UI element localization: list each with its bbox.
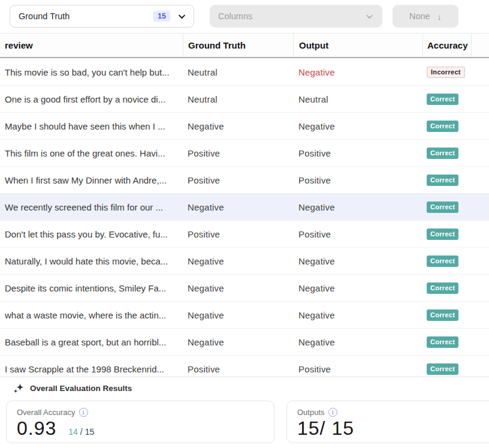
output-value: Neutral — [298, 94, 328, 104]
ground-truth-value: Positive — [188, 175, 220, 185]
ground-truth-cell: Positive — [183, 229, 293, 239]
review-text: Don't let this pass you by. Evocative, f… — [5, 229, 168, 239]
review-cell: We recently screened this film for our .… — [0, 202, 183, 212]
review-cell: I saw Scrapple at the 1998 Breckenrid... — [0, 364, 183, 374]
output-cell: Negative — [293, 310, 422, 320]
table-row[interactable]: One is a good first effort by a novice d… — [0, 86, 489, 113]
review-text: One is a good first effort by a novice d… — [5, 94, 165, 104]
ground-truth-value: Positive — [188, 229, 220, 239]
output-value: Positive — [298, 175, 331, 185]
columns-select[interactable]: Columns — [210, 5, 382, 28]
table-row[interactable]: Despite its comic intentions, Smiley Fa.… — [0, 275, 489, 302]
accuracy-fraction-denominator: / 15 — [80, 427, 94, 437]
ground-truth-cell: Positive — [183, 175, 293, 185]
overall-accuracy-card: Overall Accuracy i 0.93 14 / 15 — [6, 401, 274, 443]
output-cell: Negative — [293, 283, 422, 293]
columns-select-placeholder: Columns — [218, 11, 365, 21]
accuracy-badge: Correct — [427, 255, 458, 267]
accuracy-cell: Correct — [422, 282, 472, 294]
chevron-down-icon — [365, 12, 374, 21]
ground-truth-filter-select[interactable]: Ground Truth 15 — [10, 5, 194, 28]
outputs-card: Outputs i 15/ 15 — [286, 401, 489, 443]
output-cell: Positive — [293, 229, 422, 239]
table-row[interactable]: Maybe I should have seen this when I ...… — [0, 113, 489, 140]
outputs-value: 15/ 15 — [297, 417, 354, 440]
output-cell: Negative — [293, 67, 422, 77]
accuracy-badge: Correct — [427, 121, 458, 132]
accuracy-cell: Correct — [422, 228, 472, 240]
review-cell: Baseball is a great sport, but an horrib… — [0, 337, 183, 347]
output-cell: Negative — [293, 337, 422, 347]
table-row[interactable]: what a waste movie, where is the actin..… — [0, 302, 489, 329]
output-value: Positive — [298, 364, 331, 374]
ground-truth-cell: Negative — [183, 283, 293, 293]
sort-button[interactable]: None ↓ — [393, 5, 458, 28]
column-header-ground-truth: Ground Truth — [183, 34, 293, 57]
toolbar: Ground Truth 15 Columns None ↓ — [0, 0, 489, 33]
accuracy-badge: Correct — [427, 363, 458, 375]
accuracy-badge: Correct — [427, 148, 458, 159]
table-row[interactable]: When I first saw My Dinner with Andre,..… — [0, 167, 489, 194]
info-icon[interactable]: i — [79, 408, 88, 417]
accuracy-cell: Correct — [422, 336, 472, 348]
accuracy-cell: Incorrect — [422, 67, 472, 78]
table-row[interactable]: Baseball is a great sport, but an horrib… — [0, 329, 489, 356]
table-header: review Ground Truth Output Accuracy — [0, 33, 489, 58]
review-text: I saw Scrapple at the 1998 Breckenrid... — [5, 364, 164, 374]
accuracy-badge: Correct — [427, 175, 458, 186]
accuracy-badge: Correct — [427, 202, 458, 213]
review-cell: This film is one of the great ones. Havi… — [0, 148, 183, 158]
ground-truth-value: Negative — [188, 256, 224, 266]
ground-truth-cell: Negative — [183, 256, 293, 266]
review-cell: This movie is so bad, you can't help but… — [0, 67, 183, 77]
accuracy-badge: Correct — [427, 282, 458, 294]
review-cell: Naturally, I would hate this movie, beca… — [0, 256, 183, 266]
output-value: Negative — [298, 67, 335, 77]
ground-truth-value: Neutral — [188, 67, 218, 77]
accuracy-badge: Correct — [427, 336, 458, 348]
overall-results-panel: Overall Evaluation Results Overall Accur… — [0, 377, 489, 448]
output-value: Negative — [298, 202, 335, 212]
table-row[interactable]: This movie is so bad, you can't help but… — [0, 59, 489, 86]
outputs-label: Outputs — [297, 408, 325, 417]
review-cell: what a waste movie, where is the actin..… — [0, 310, 183, 320]
arrow-down-icon: ↓ — [437, 11, 442, 22]
ground-truth-value: Positive — [188, 148, 220, 158]
review-text: When I first saw My Dinner with Andre,..… — [5, 175, 167, 185]
sort-button-label: None — [409, 11, 430, 21]
ground-truth-cell: Negative — [183, 202, 293, 212]
overall-accuracy-value: 0.93 — [17, 417, 56, 440]
output-cell: Neutral — [293, 94, 422, 104]
accuracy-fraction-numerator: 14 — [68, 427, 78, 437]
table-body: This movie is so bad, you can't help but… — [0, 59, 489, 383]
table-row[interactable]: Don't let this pass you by. Evocative, f… — [0, 221, 489, 248]
review-cell: When I first saw My Dinner with Andre,..… — [0, 175, 183, 185]
review-text: Despite its comic intentions, Smiley Fa.… — [5, 283, 166, 293]
ground-truth-cell: Positive — [183, 148, 293, 158]
table-row[interactable]: Naturally, I would hate this movie, beca… — [0, 248, 489, 275]
accuracy-cell: Correct — [422, 255, 472, 267]
review-text: Baseball is a great sport, but an horrib… — [5, 337, 166, 347]
accuracy-badge: Correct — [427, 94, 458, 105]
output-value: Positive — [298, 229, 331, 239]
output-value: Negative — [298, 337, 335, 347]
accuracy-cell: Correct — [422, 94, 472, 105]
ground-truth-cell: Positive — [183, 364, 293, 374]
review-cell: Don't let this pass you by. Evocative, f… — [0, 229, 183, 239]
output-cell: Positive — [293, 364, 422, 374]
output-value: Negative — [298, 121, 335, 131]
review-cell: One is a good first effort by a novice d… — [0, 94, 183, 104]
accuracy-badge: Incorrect — [427, 67, 465, 78]
results-header: Overall Evaluation Results — [13, 383, 489, 394]
review-text: This film is one of the great ones. Havi… — [5, 148, 165, 158]
info-icon[interactable]: i — [328, 408, 337, 417]
output-value: Positive — [298, 148, 331, 158]
outputs-value-row: 15/ 15 — [297, 417, 489, 440]
output-cell: Negative — [293, 121, 422, 131]
ground-truth-value: Negative — [188, 337, 224, 347]
table-row[interactable]: We recently screened this film for our .… — [0, 194, 489, 221]
accuracy-cell: Correct — [422, 202, 472, 213]
column-header-review: review — [0, 34, 183, 57]
output-cell: Negative — [293, 256, 422, 266]
table-row[interactable]: This film is one of the great ones. Havi… — [0, 140, 489, 167]
